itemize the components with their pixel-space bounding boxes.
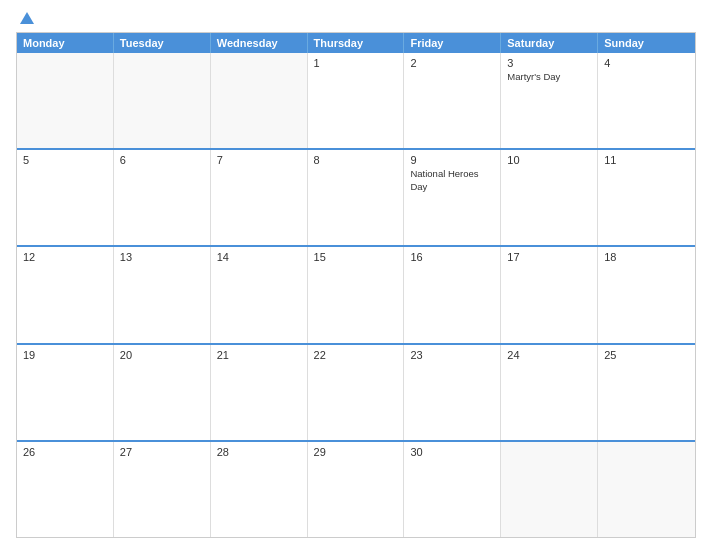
day-number: 28 (217, 446, 301, 458)
day-cell: 28 (211, 442, 308, 537)
day-header-saturday: Saturday (501, 33, 598, 53)
day-number: 27 (120, 446, 204, 458)
day-cell: 22 (308, 345, 405, 440)
day-cell: 5 (17, 150, 114, 245)
day-cell: 23 (404, 345, 501, 440)
day-cell: 6 (114, 150, 211, 245)
day-cell: 18 (598, 247, 695, 342)
day-number: 23 (410, 349, 494, 361)
day-number: 20 (120, 349, 204, 361)
logo-triangle-icon (20, 12, 34, 24)
day-cell: 13 (114, 247, 211, 342)
day-header-monday: Monday (17, 33, 114, 53)
day-number: 9 (410, 154, 494, 166)
day-headers-row: MondayTuesdayWednesdayThursdayFridaySatu… (17, 33, 695, 53)
day-header-wednesday: Wednesday (211, 33, 308, 53)
day-number: 2 (410, 57, 494, 69)
week-row-2: 56789National Heroes Day1011 (17, 150, 695, 247)
day-cell (211, 53, 308, 148)
day-number: 21 (217, 349, 301, 361)
day-cell: 9National Heroes Day (404, 150, 501, 245)
page: MondayTuesdayWednesdayThursdayFridaySatu… (0, 0, 712, 550)
day-number: 11 (604, 154, 689, 166)
day-cell: 8 (308, 150, 405, 245)
header (16, 12, 696, 24)
day-cell: 19 (17, 345, 114, 440)
day-number: 4 (604, 57, 689, 69)
day-number: 18 (604, 251, 689, 263)
holiday-name: Martyr's Day (507, 71, 591, 83)
day-cell (114, 53, 211, 148)
day-header-sunday: Sunday (598, 33, 695, 53)
day-number: 26 (23, 446, 107, 458)
day-cell: 25 (598, 345, 695, 440)
day-cell: 26 (17, 442, 114, 537)
day-number: 24 (507, 349, 591, 361)
day-number: 22 (314, 349, 398, 361)
day-cell: 29 (308, 442, 405, 537)
holiday-name: National Heroes Day (410, 168, 494, 193)
week-row-1: 123Martyr's Day4 (17, 53, 695, 150)
day-cell: 24 (501, 345, 598, 440)
logo (16, 12, 38, 24)
day-cell: 3Martyr's Day (501, 53, 598, 148)
day-header-friday: Friday (404, 33, 501, 53)
day-number: 19 (23, 349, 107, 361)
day-cell (17, 53, 114, 148)
day-cell: 30 (404, 442, 501, 537)
day-number: 1 (314, 57, 398, 69)
week-row-5: 2627282930 (17, 442, 695, 537)
day-cell: 17 (501, 247, 598, 342)
day-cell: 20 (114, 345, 211, 440)
day-cell: 21 (211, 345, 308, 440)
day-number: 14 (217, 251, 301, 263)
day-number: 13 (120, 251, 204, 263)
day-cell (598, 442, 695, 537)
day-cell: 2 (404, 53, 501, 148)
day-cell: 12 (17, 247, 114, 342)
day-cell: 1 (308, 53, 405, 148)
day-cell: 7 (211, 150, 308, 245)
day-cell: 27 (114, 442, 211, 537)
day-number: 10 (507, 154, 591, 166)
day-cell: 14 (211, 247, 308, 342)
weeks-container: 123Martyr's Day456789National Heroes Day… (17, 53, 695, 537)
day-number: 3 (507, 57, 591, 69)
day-number: 12 (23, 251, 107, 263)
day-header-thursday: Thursday (308, 33, 405, 53)
day-number: 25 (604, 349, 689, 361)
day-number: 29 (314, 446, 398, 458)
day-number: 8 (314, 154, 398, 166)
day-cell: 11 (598, 150, 695, 245)
day-cell (501, 442, 598, 537)
day-cell: 10 (501, 150, 598, 245)
day-number: 6 (120, 154, 204, 166)
day-number: 17 (507, 251, 591, 263)
day-number: 15 (314, 251, 398, 263)
day-number: 16 (410, 251, 494, 263)
day-number: 30 (410, 446, 494, 458)
day-cell: 4 (598, 53, 695, 148)
calendar: MondayTuesdayWednesdayThursdayFridaySatu… (16, 32, 696, 538)
week-row-4: 19202122232425 (17, 345, 695, 442)
day-number: 7 (217, 154, 301, 166)
day-number: 5 (23, 154, 107, 166)
day-header-tuesday: Tuesday (114, 33, 211, 53)
day-cell: 16 (404, 247, 501, 342)
day-cell: 15 (308, 247, 405, 342)
week-row-3: 12131415161718 (17, 247, 695, 344)
